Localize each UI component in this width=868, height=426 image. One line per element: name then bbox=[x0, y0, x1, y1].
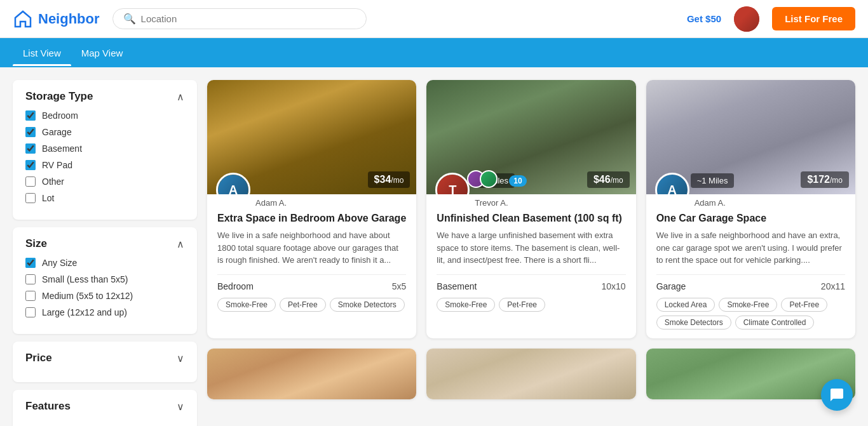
filter-other-checkbox[interactable] bbox=[25, 176, 36, 187]
listing-tags-2: Smoke-Free Pet-Free bbox=[437, 298, 625, 312]
header: Neighbor 🔍 Get $50 List For Free bbox=[0, 0, 868, 38]
host-avatar-inner-2: T bbox=[437, 175, 468, 194]
filter-small-checkbox[interactable] bbox=[25, 274, 36, 284]
filter-small[interactable]: Small (Less than 5x5) bbox=[25, 274, 184, 284]
features-chevron: ∨ bbox=[177, 401, 184, 413]
listing-card-3[interactable]: ~1 Miles $172/mo A Adam A. One Car Garag… bbox=[646, 80, 855, 338]
listing-distance-3: ~1 Miles bbox=[691, 173, 735, 188]
reviewer-2 bbox=[480, 170, 498, 188]
listing-card-4[interactable] bbox=[207, 349, 416, 399]
listing-body-1: Adam A. Extra Space in Bedroom Above Gar… bbox=[207, 194, 416, 321]
storage-type-chevron: ∧ bbox=[177, 91, 184, 103]
listing-meta-2: Basement 10x10 bbox=[437, 274, 625, 291]
sidebar: Storage Type ∧ Bedroom Garage Basement R… bbox=[13, 80, 197, 426]
tag-pet-free-1: Pet-Free bbox=[280, 298, 326, 312]
tag-smoke-detectors-1: Smoke Detectors bbox=[330, 298, 405, 312]
tag-smoke-free-1: Smoke-Free bbox=[217, 298, 276, 312]
filter-lot-checkbox[interactable] bbox=[25, 193, 36, 203]
reviewer-avatars-2 bbox=[470, 170, 498, 188]
listings-grid: $34/mo A Adam A. Extra Space in Bedroom … bbox=[207, 80, 855, 399]
main-content: Storage Type ∧ Bedroom Garage Basement R… bbox=[0, 67, 868, 426]
search-icon: 🔍 bbox=[123, 13, 136, 25]
listing-title-1: Extra Space in Bedroom Above Garage bbox=[217, 213, 406, 224]
tab-map-view[interactable]: Map View bbox=[71, 40, 133, 66]
filter-any-size[interactable]: Any Size bbox=[25, 258, 184, 268]
price-chevron: ∨ bbox=[177, 352, 184, 364]
tag-locked-area: Locked Area bbox=[656, 298, 715, 312]
storage-type-title: Storage Type bbox=[25, 90, 93, 103]
filter-garage-checkbox[interactable] bbox=[25, 127, 36, 137]
filter-garage[interactable]: Garage bbox=[25, 127, 184, 137]
filter-large[interactable]: Large (12x12 and up) bbox=[25, 307, 184, 317]
listing-photo-5 bbox=[426, 349, 635, 399]
listing-title-3: One Car Garage Space bbox=[656, 213, 845, 224]
list-for-free-button[interactable]: List For Free bbox=[772, 7, 855, 30]
chat-bubble[interactable] bbox=[821, 379, 853, 411]
get-50-link[interactable]: Get $50 bbox=[687, 13, 721, 24]
listing-meta-3: Garage 20x11 bbox=[656, 274, 845, 291]
tag-smoke-free-3: Smoke-Free bbox=[719, 298, 777, 312]
filter-bedroom-checkbox[interactable] bbox=[25, 110, 36, 121]
filter-other[interactable]: Other bbox=[25, 176, 184, 187]
listing-price-1: $34/mo bbox=[368, 171, 410, 188]
logo-icon bbox=[13, 9, 33, 29]
filter-lot[interactable]: Lot bbox=[25, 193, 184, 203]
filter-medium[interactable]: Medium (5x5 to 12x12) bbox=[25, 291, 184, 301]
listing-title-2: Unfinished Clean Basement (100 sq ft) bbox=[437, 213, 625, 224]
listing-price-3: $172/mo bbox=[801, 171, 849, 188]
header-right: Get $50 List For Free bbox=[687, 6, 855, 32]
size-filter-title: Size bbox=[25, 237, 47, 250]
filter-large-checkbox[interactable] bbox=[25, 307, 36, 317]
host-avatar-inner-1: A bbox=[218, 175, 248, 194]
listing-card-1[interactable]: $34/mo A Adam A. Extra Space in Bedroom … bbox=[207, 80, 416, 338]
tag-climate-controlled: Climate Controlled bbox=[735, 316, 815, 329]
listing-body-2: Trevor A. Unfinished Clean Basement (100… bbox=[426, 194, 635, 321]
host-name-2: Trevor A. bbox=[475, 198, 625, 208]
filter-medium-checkbox[interactable] bbox=[25, 291, 36, 301]
storage-type-header[interactable]: Storage Type ∧ bbox=[25, 90, 184, 103]
listing-image-4 bbox=[207, 349, 416, 399]
filter-rv-pad[interactable]: RV Pad bbox=[25, 160, 184, 170]
listing-desc-3: We live in a safe neighborhood and have … bbox=[656, 229, 845, 267]
chat-icon bbox=[829, 387, 844, 403]
tab-list-view[interactable]: List View bbox=[13, 40, 71, 66]
price-filter-header[interactable]: Price ∨ bbox=[25, 352, 184, 364]
nav-tabs: List View Map View bbox=[0, 38, 868, 67]
logo[interactable]: Neighbor bbox=[13, 9, 100, 29]
features-filter-title: Features bbox=[25, 400, 71, 413]
listing-image-2: ~0 Miles $46/mo T 10 bbox=[426, 80, 635, 194]
listing-card-5[interactable] bbox=[426, 349, 635, 399]
avatar bbox=[734, 6, 759, 32]
filter-any-size-checkbox[interactable] bbox=[25, 258, 36, 268]
tag-smoke-detectors-3: Smoke Detectors bbox=[656, 316, 731, 329]
listing-size-2: 10x10 bbox=[602, 281, 626, 291]
listing-tags-1: Smoke-Free Pet-Free Smoke Detectors bbox=[217, 298, 406, 312]
listing-body-3: Adam A. One Car Garage Space We live in … bbox=[646, 194, 855, 338]
size-filter-header[interactable]: Size ∧ bbox=[25, 237, 184, 250]
listing-photo-4 bbox=[207, 349, 416, 399]
price-filter: Price ∨ bbox=[13, 342, 197, 382]
listing-card-2[interactable]: ~0 Miles $46/mo T 10 Trevor A. Unfinishe… bbox=[426, 80, 635, 338]
tag-pet-free-2: Pet-Free bbox=[499, 298, 545, 312]
listing-size-3: 20x11 bbox=[821, 281, 845, 291]
search-input[interactable] bbox=[141, 13, 356, 24]
search-bar: 🔍 bbox=[112, 8, 367, 29]
filter-basement-checkbox[interactable] bbox=[25, 143, 36, 154]
listing-meta-1: Bedroom 5x5 bbox=[217, 274, 406, 291]
features-filter-header[interactable]: Features ∨ bbox=[25, 400, 184, 413]
size-chevron: ∧ bbox=[177, 238, 184, 250]
tag-pet-free-3: Pet-Free bbox=[781, 298, 827, 312]
listing-image-3: ~1 Miles $172/mo A bbox=[646, 80, 855, 194]
listing-type-1: Bedroom bbox=[217, 281, 254, 291]
listing-desc-2: We have a large unfinished basement with… bbox=[437, 229, 625, 267]
filter-bedroom[interactable]: Bedroom bbox=[25, 110, 184, 121]
listing-tags-3: Locked Area Smoke-Free Pet-Free Smoke De… bbox=[656, 298, 845, 329]
size-filter: Size ∧ Any Size Small (Less than 5x5) Me… bbox=[13, 227, 197, 334]
filter-rv-pad-checkbox[interactable] bbox=[25, 160, 36, 170]
listing-type-3: Garage bbox=[656, 281, 686, 291]
listing-size-1: 5x5 bbox=[392, 281, 407, 291]
logo-text: Neighbor bbox=[38, 11, 100, 27]
tag-smoke-free-2: Smoke-Free bbox=[437, 298, 495, 312]
host-name-1: Adam A. bbox=[255, 198, 406, 208]
filter-basement[interactable]: Basement bbox=[25, 143, 184, 154]
